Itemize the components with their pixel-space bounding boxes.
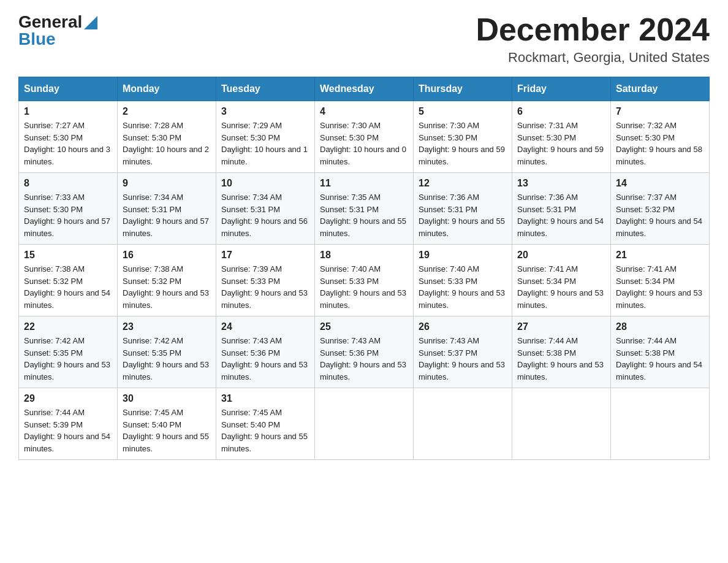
col-header-friday: Friday <box>512 77 611 101</box>
calendar-cell: 22Sunrise: 7:42 AMSunset: 5:35 PMDayligh… <box>19 316 118 388</box>
day-info: Sunrise: 7:34 AMSunset: 5:31 PMDaylight:… <box>221 191 309 239</box>
day-info: Sunrise: 7:31 AMSunset: 5:30 PMDaylight:… <box>517 120 605 167</box>
calendar-cell: 28Sunrise: 7:44 AMSunset: 5:38 PMDayligh… <box>611 316 710 388</box>
day-info: Sunrise: 7:32 AMSunset: 5:30 PMDaylight:… <box>616 120 704 167</box>
day-info: Sunrise: 7:27 AMSunset: 5:30 PMDaylight:… <box>24 120 112 167</box>
calendar-cell: 29Sunrise: 7:44 AMSunset: 5:39 PMDayligh… <box>19 388 118 460</box>
day-info: Sunrise: 7:35 AMSunset: 5:31 PMDaylight:… <box>320 191 408 239</box>
calendar-cell: 31Sunrise: 7:45 AMSunset: 5:40 PMDayligh… <box>216 388 315 460</box>
week-row-1: 1Sunrise: 7:27 AMSunset: 5:30 PMDaylight… <box>19 101 710 173</box>
day-number: 29 <box>24 393 112 404</box>
day-number: 10 <box>221 178 309 189</box>
day-number: 28 <box>616 321 704 332</box>
day-number: 30 <box>123 393 211 404</box>
day-number: 16 <box>123 250 211 261</box>
day-number: 1 <box>24 106 112 117</box>
day-number: 18 <box>320 250 408 261</box>
day-info: Sunrise: 7:36 AMSunset: 5:31 PMDaylight:… <box>419 191 507 239</box>
day-number: 6 <box>517 106 605 117</box>
day-info: Sunrise: 7:40 AMSunset: 5:33 PMDaylight:… <box>419 263 507 311</box>
svg-marker-0 <box>84 16 97 29</box>
day-number: 5 <box>419 106 507 117</box>
day-info: Sunrise: 7:42 AMSunset: 5:35 PMDaylight:… <box>24 335 112 383</box>
calendar-cell: 30Sunrise: 7:45 AMSunset: 5:40 PMDayligh… <box>118 388 216 460</box>
day-number: 27 <box>517 321 605 332</box>
calendar-header-row: SundayMondayTuesdayWednesdayThursdayFrid… <box>19 77 710 101</box>
calendar-cell: 11Sunrise: 7:35 AMSunset: 5:31 PMDayligh… <box>315 173 414 245</box>
day-info: Sunrise: 7:36 AMSunset: 5:31 PMDaylight:… <box>517 191 605 239</box>
day-info: Sunrise: 7:42 AMSunset: 5:35 PMDaylight:… <box>123 335 211 383</box>
day-info: Sunrise: 7:30 AMSunset: 5:30 PMDaylight:… <box>419 120 507 167</box>
day-info: Sunrise: 7:41 AMSunset: 5:34 PMDaylight:… <box>616 263 704 311</box>
calendar-cell: 16Sunrise: 7:38 AMSunset: 5:32 PMDayligh… <box>118 245 216 316</box>
col-header-wednesday: Wednesday <box>315 77 414 101</box>
day-number: 13 <box>517 178 605 189</box>
logo-blue-text: Blue <box>18 29 56 49</box>
calendar-cell: 8Sunrise: 7:33 AMSunset: 5:30 PMDaylight… <box>19 173 118 245</box>
day-number: 19 <box>419 250 507 261</box>
day-number: 26 <box>419 321 507 332</box>
day-info: Sunrise: 7:44 AMSunset: 5:38 PMDaylight:… <box>616 335 704 383</box>
day-info: Sunrise: 7:44 AMSunset: 5:39 PMDaylight:… <box>24 407 112 454</box>
logo: General Blue <box>18 12 97 49</box>
col-header-monday: Monday <box>118 77 216 101</box>
day-number: 2 <box>123 106 211 117</box>
col-header-tuesday: Tuesday <box>216 77 315 101</box>
calendar-cell: 27Sunrise: 7:44 AMSunset: 5:38 PMDayligh… <box>512 316 611 388</box>
calendar-cell: 10Sunrise: 7:34 AMSunset: 5:31 PMDayligh… <box>216 173 315 245</box>
day-number: 17 <box>221 250 309 261</box>
day-info: Sunrise: 7:45 AMSunset: 5:40 PMDaylight:… <box>123 407 211 454</box>
day-number: 20 <box>517 250 605 261</box>
day-info: Sunrise: 7:43 AMSunset: 5:36 PMDaylight:… <box>320 335 408 383</box>
day-info: Sunrise: 7:40 AMSunset: 5:33 PMDaylight:… <box>320 263 408 311</box>
calendar-cell: 20Sunrise: 7:41 AMSunset: 5:34 PMDayligh… <box>512 245 611 316</box>
title-area: December 2024 Rockmart, Georgia, United … <box>476 12 710 66</box>
calendar-cell: 9Sunrise: 7:34 AMSunset: 5:31 PMDaylight… <box>118 173 216 245</box>
calendar-cell: 14Sunrise: 7:37 AMSunset: 5:32 PMDayligh… <box>611 173 710 245</box>
calendar-cell: 24Sunrise: 7:43 AMSunset: 5:36 PMDayligh… <box>216 316 315 388</box>
calendar-cell <box>315 388 414 460</box>
day-info: Sunrise: 7:38 AMSunset: 5:32 PMDaylight:… <box>24 263 112 311</box>
calendar-cell: 3Sunrise: 7:29 AMSunset: 5:30 PMDaylight… <box>216 101 315 173</box>
day-number: 22 <box>24 321 112 332</box>
week-row-5: 29Sunrise: 7:44 AMSunset: 5:39 PMDayligh… <box>19 388 710 460</box>
calendar-cell: 23Sunrise: 7:42 AMSunset: 5:35 PMDayligh… <box>118 316 216 388</box>
day-number: 12 <box>419 178 507 189</box>
day-number: 9 <box>123 178 211 189</box>
day-number: 14 <box>616 178 704 189</box>
day-info: Sunrise: 7:44 AMSunset: 5:38 PMDaylight:… <box>517 335 605 383</box>
col-header-thursday: Thursday <box>414 77 512 101</box>
day-info: Sunrise: 7:39 AMSunset: 5:33 PMDaylight:… <box>221 263 309 311</box>
calendar-cell: 1Sunrise: 7:27 AMSunset: 5:30 PMDaylight… <box>19 101 118 173</box>
day-number: 8 <box>24 178 112 189</box>
calendar-cell: 25Sunrise: 7:43 AMSunset: 5:36 PMDayligh… <box>315 316 414 388</box>
day-info: Sunrise: 7:45 AMSunset: 5:40 PMDaylight:… <box>221 407 309 454</box>
day-info: Sunrise: 7:33 AMSunset: 5:30 PMDaylight:… <box>24 191 112 239</box>
day-number: 23 <box>123 321 211 332</box>
calendar-cell: 6Sunrise: 7:31 AMSunset: 5:30 PMDaylight… <box>512 101 611 173</box>
calendar-cell: 26Sunrise: 7:43 AMSunset: 5:37 PMDayligh… <box>414 316 512 388</box>
calendar-cell: 15Sunrise: 7:38 AMSunset: 5:32 PMDayligh… <box>19 245 118 316</box>
day-number: 4 <box>320 106 408 117</box>
day-number: 25 <box>320 321 408 332</box>
day-number: 11 <box>320 178 408 189</box>
day-info: Sunrise: 7:29 AMSunset: 5:30 PMDaylight:… <box>221 120 309 167</box>
calendar-cell: 17Sunrise: 7:39 AMSunset: 5:33 PMDayligh… <box>216 245 315 316</box>
day-info: Sunrise: 7:28 AMSunset: 5:30 PMDaylight:… <box>123 120 211 167</box>
day-number: 24 <box>221 321 309 332</box>
location-title: Rockmart, Georgia, United States <box>476 50 710 66</box>
day-number: 21 <box>616 250 704 261</box>
calendar-cell: 13Sunrise: 7:36 AMSunset: 5:31 PMDayligh… <box>512 173 611 245</box>
calendar-cell: 21Sunrise: 7:41 AMSunset: 5:34 PMDayligh… <box>611 245 710 316</box>
col-header-sunday: Sunday <box>19 77 118 101</box>
day-number: 3 <box>221 106 309 117</box>
week-row-4: 22Sunrise: 7:42 AMSunset: 5:35 PMDayligh… <box>19 316 710 388</box>
day-number: 15 <box>24 250 112 261</box>
calendar-cell: 19Sunrise: 7:40 AMSunset: 5:33 PMDayligh… <box>414 245 512 316</box>
col-header-saturday: Saturday <box>611 77 710 101</box>
calendar-cell: 18Sunrise: 7:40 AMSunset: 5:33 PMDayligh… <box>315 245 414 316</box>
day-info: Sunrise: 7:43 AMSunset: 5:37 PMDaylight:… <box>419 335 507 383</box>
calendar-cell: 2Sunrise: 7:28 AMSunset: 5:30 PMDaylight… <box>118 101 216 173</box>
calendar-cell: 5Sunrise: 7:30 AMSunset: 5:30 PMDaylight… <box>414 101 512 173</box>
day-info: Sunrise: 7:43 AMSunset: 5:36 PMDaylight:… <box>221 335 309 383</box>
